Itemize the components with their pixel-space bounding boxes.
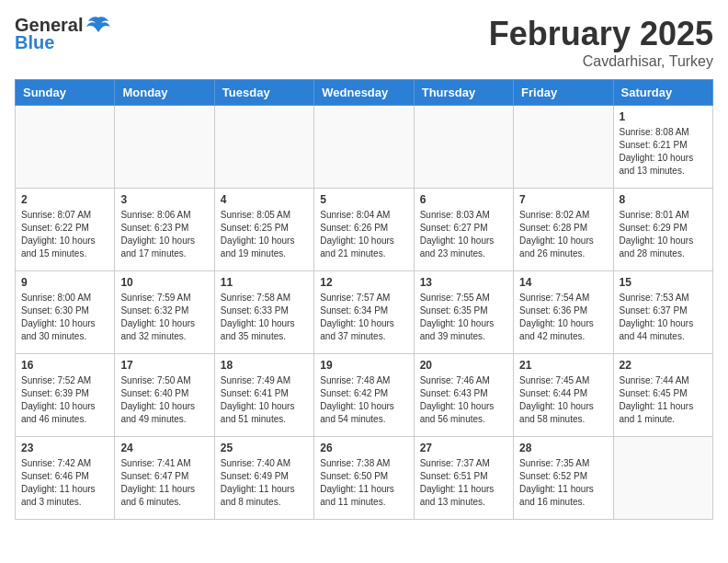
day-number: 22 — [620, 359, 707, 372]
day-number: 25 — [221, 442, 308, 454]
day-of-week-header: Sunday — [16, 80, 115, 106]
day-number: 20 — [420, 359, 507, 372]
day-number: 12 — [320, 276, 407, 289]
calendar-cell: 8Sunrise: 8:01 AM Sunset: 6:29 PM Daylig… — [613, 189, 712, 271]
calendar-cell: 18Sunrise: 7:49 AM Sunset: 6:41 PM Dayli… — [214, 354, 313, 437]
calendar-cell: 2Sunrise: 8:07 AM Sunset: 6:22 PM Daylig… — [16, 189, 115, 271]
calendar-cell: 13Sunrise: 7:55 AM Sunset: 6:35 PM Dayli… — [414, 271, 513, 354]
calendar-cell: 17Sunrise: 7:50 AM Sunset: 6:40 PM Dayli… — [115, 354, 214, 437]
day-info: Sunrise: 7:38 AM Sunset: 6:50 PM Dayligh… — [320, 457, 407, 509]
logo-blue-text: Blue — [15, 32, 54, 53]
calendar-cell: 19Sunrise: 7:48 AM Sunset: 6:42 PM Dayli… — [314, 354, 414, 437]
day-of-week-header: Monday — [115, 80, 214, 106]
day-info: Sunrise: 7:44 AM Sunset: 6:45 PM Dayligh… — [620, 374, 707, 426]
day-info: Sunrise: 7:46 AM Sunset: 6:43 PM Dayligh… — [420, 374, 507, 426]
calendar-cell: 15Sunrise: 7:53 AM Sunset: 6:37 PM Dayli… — [613, 271, 712, 354]
calendar-cell — [514, 106, 613, 189]
day-of-week-header: Tuesday — [214, 80, 313, 106]
day-info: Sunrise: 7:54 AM Sunset: 6:36 PM Dayligh… — [519, 292, 607, 343]
calendar-cell: 5Sunrise: 8:04 AM Sunset: 6:26 PM Daylig… — [314, 189, 414, 271]
week-row: 16Sunrise: 7:52 AM Sunset: 6:39 PM Dayli… — [16, 354, 713, 437]
calendar-cell: 16Sunrise: 7:52 AM Sunset: 6:39 PM Dayli… — [16, 354, 115, 437]
calendar-cell — [414, 106, 513, 189]
calendar-cell: 9Sunrise: 8:00 AM Sunset: 6:30 PM Daylig… — [16, 271, 115, 354]
day-info: Sunrise: 7:48 AM Sunset: 6:42 PM Dayligh… — [320, 374, 407, 426]
calendar-cell: 25Sunrise: 7:40 AM Sunset: 6:49 PM Dayli… — [214, 437, 313, 520]
day-number: 10 — [120, 276, 208, 289]
day-number: 23 — [21, 442, 108, 454]
day-number: 14 — [519, 276, 607, 289]
calendar-cell: 6Sunrise: 8:03 AM Sunset: 6:27 PM Daylig… — [414, 189, 513, 271]
day-of-week-header: Friday — [514, 80, 613, 106]
day-info: Sunrise: 7:35 AM Sunset: 6:52 PM Dayligh… — [519, 457, 607, 509]
day-number: 28 — [519, 442, 607, 454]
day-number: 9 — [21, 276, 108, 289]
calendar-cell: 21Sunrise: 7:45 AM Sunset: 6:44 PM Dayli… — [514, 354, 613, 437]
day-number: 4 — [221, 193, 308, 206]
day-number: 1 — [620, 110, 707, 123]
day-info: Sunrise: 8:02 AM Sunset: 6:28 PM Dayligh… — [519, 209, 607, 260]
calendar-table: SundayMondayTuesdayWednesdayThursdayFrid… — [15, 79, 713, 520]
day-info: Sunrise: 7:41 AM Sunset: 6:47 PM Dayligh… — [120, 457, 208, 509]
day-number: 2 — [21, 193, 108, 206]
week-row: 2Sunrise: 8:07 AM Sunset: 6:22 PM Daylig… — [16, 189, 713, 271]
day-info: Sunrise: 7:58 AM Sunset: 6:33 PM Dayligh… — [221, 292, 308, 343]
day-info: Sunrise: 7:53 AM Sunset: 6:37 PM Dayligh… — [620, 292, 707, 343]
day-info: Sunrise: 7:49 AM Sunset: 6:41 PM Dayligh… — [221, 374, 308, 426]
day-number: 8 — [620, 193, 707, 206]
calendar-cell — [613, 437, 712, 520]
day-of-week-header: Saturday — [613, 80, 712, 106]
day-info: Sunrise: 8:07 AM Sunset: 6:22 PM Dayligh… — [21, 209, 108, 260]
day-info: Sunrise: 7:45 AM Sunset: 6:44 PM Dayligh… — [519, 374, 607, 426]
day-number: 17 — [120, 359, 208, 372]
day-number: 15 — [620, 276, 707, 289]
calendar-cell: 27Sunrise: 7:37 AM Sunset: 6:51 PM Dayli… — [414, 437, 513, 520]
page-header: General Blue February 2025 Cavdarhisar, … — [15, 15, 713, 70]
day-info: Sunrise: 8:05 AM Sunset: 6:25 PM Dayligh… — [221, 209, 308, 260]
week-row: 9Sunrise: 8:00 AM Sunset: 6:30 PM Daylig… — [16, 271, 713, 354]
logo-bird-icon — [86, 16, 110, 36]
calendar-cell: 4Sunrise: 8:05 AM Sunset: 6:25 PM Daylig… — [214, 189, 313, 271]
day-info: Sunrise: 8:03 AM Sunset: 6:27 PM Dayligh… — [420, 209, 507, 260]
day-number: 3 — [120, 193, 208, 206]
calendar-cell: 28Sunrise: 7:35 AM Sunset: 6:52 PM Dayli… — [514, 437, 613, 520]
day-number: 16 — [21, 359, 108, 372]
day-number: 13 — [420, 276, 507, 289]
calendar-cell: 26Sunrise: 7:38 AM Sunset: 6:50 PM Dayli… — [314, 437, 414, 520]
day-number: 11 — [221, 276, 308, 289]
month-title: February 2025 — [489, 15, 713, 53]
day-info: Sunrise: 8:06 AM Sunset: 6:23 PM Dayligh… — [120, 209, 208, 260]
week-row: 1Sunrise: 8:08 AM Sunset: 6:21 PM Daylig… — [16, 106, 713, 189]
day-info: Sunrise: 7:55 AM Sunset: 6:35 PM Dayligh… — [420, 292, 507, 343]
day-info: Sunrise: 7:37 AM Sunset: 6:51 PM Dayligh… — [420, 457, 507, 509]
calendar-cell: 7Sunrise: 8:02 AM Sunset: 6:28 PM Daylig… — [514, 189, 613, 271]
logo: General Blue — [15, 15, 110, 53]
calendar-cell — [314, 106, 414, 189]
day-of-week-header: Thursday — [414, 80, 513, 106]
day-of-week-header: Wednesday — [314, 80, 414, 106]
calendar-cell: 20Sunrise: 7:46 AM Sunset: 6:43 PM Dayli… — [414, 354, 513, 437]
day-info: Sunrise: 7:57 AM Sunset: 6:34 PM Dayligh… — [320, 292, 407, 343]
calendar-cell: 23Sunrise: 7:42 AM Sunset: 6:46 PM Dayli… — [16, 437, 115, 520]
calendar-cell — [16, 106, 115, 189]
day-number: 6 — [420, 193, 507, 206]
day-info: Sunrise: 8:00 AM Sunset: 6:30 PM Dayligh… — [21, 292, 108, 343]
day-info: Sunrise: 8:01 AM Sunset: 6:29 PM Dayligh… — [620, 209, 707, 260]
title-area: February 2025 Cavdarhisar, Turkey — [489, 15, 713, 70]
day-info: Sunrise: 7:42 AM Sunset: 6:46 PM Dayligh… — [21, 457, 108, 509]
day-number: 7 — [519, 193, 607, 206]
day-info: Sunrise: 7:40 AM Sunset: 6:49 PM Dayligh… — [221, 457, 308, 509]
calendar-cell: 11Sunrise: 7:58 AM Sunset: 6:33 PM Dayli… — [214, 271, 313, 354]
calendar-cell: 1Sunrise: 8:08 AM Sunset: 6:21 PM Daylig… — [613, 106, 712, 189]
day-info: Sunrise: 7:59 AM Sunset: 6:32 PM Dayligh… — [120, 292, 208, 343]
day-info: Sunrise: 7:52 AM Sunset: 6:39 PM Dayligh… — [21, 374, 108, 426]
day-number: 18 — [221, 359, 308, 372]
week-row: 23Sunrise: 7:42 AM Sunset: 6:46 PM Dayli… — [16, 437, 713, 520]
calendar-cell — [115, 106, 214, 189]
day-number: 19 — [320, 359, 407, 372]
day-number: 21 — [519, 359, 607, 372]
location-text: Cavdarhisar, Turkey — [489, 53, 713, 70]
calendar-cell: 14Sunrise: 7:54 AM Sunset: 6:36 PM Dayli… — [514, 271, 613, 354]
day-number: 26 — [320, 442, 407, 454]
day-info: Sunrise: 8:04 AM Sunset: 6:26 PM Dayligh… — [320, 209, 407, 260]
